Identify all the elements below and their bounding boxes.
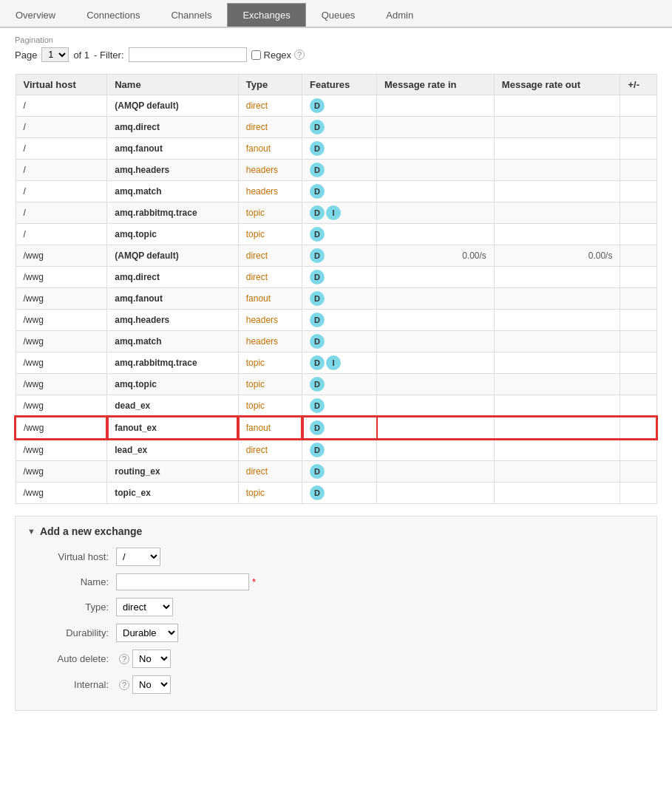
regex-checkbox[interactable] [251, 50, 261, 60]
cell-type: direct [238, 95, 302, 117]
cell-features: D [302, 138, 377, 160]
tab-connections[interactable]: Connections [71, 3, 155, 27]
cell-vhost: / [16, 202, 107, 224]
table-row[interactable]: /wwgamq.directdirectD [16, 267, 656, 288]
table-row[interactable]: /amq.directdirectD [16, 117, 656, 138]
cell-name[interactable]: amq.headers [107, 160, 239, 181]
cell-vhost: /wwg [16, 417, 107, 439]
cell-name[interactable]: amq.direct [107, 267, 239, 288]
type-select[interactable]: direct fanout headers topic [116, 598, 173, 616]
cell-rate-in [376, 461, 494, 483]
cell-name[interactable]: topic_ex [107, 483, 239, 504]
durability-select[interactable]: Durable Transient [116, 624, 178, 642]
cell-rate-out [494, 202, 620, 224]
tab-exchanges[interactable]: Exchanges [227, 3, 305, 27]
cell-name[interactable]: amq.topic [107, 224, 239, 245]
table-row[interactable]: /(AMQP default)directD [16, 95, 656, 117]
table-row[interactable]: /wwg(AMQP default)directD0.00/s0.00/s [16, 245, 656, 267]
table-row[interactable]: /wwgdead_extopicD [16, 395, 656, 417]
cell-rate-out: 0.00/s [494, 245, 620, 267]
col-rate-out: Message rate out [494, 75, 620, 95]
internal-help-icon[interactable]: ? [119, 680, 129, 690]
cell-plus-minus [620, 267, 656, 288]
table-row[interactable]: /amq.topictopicD [16, 224, 656, 245]
cell-rate-in [376, 181, 494, 202]
cell-name[interactable]: amq.headers [107, 310, 239, 331]
table-row[interactable]: /wwgfanout_exfanoutD [16, 417, 656, 439]
of-label: of 1 [73, 50, 89, 61]
cell-type: fanout [238, 288, 302, 310]
auto-delete-label: Auto delete: [27, 653, 116, 664]
col-name: Name [107, 75, 239, 95]
cell-features: D [302, 374, 377, 395]
cell-name[interactable]: (AMQP default) [107, 245, 239, 267]
cell-name[interactable]: dead_ex [107, 395, 239, 417]
cell-name[interactable]: amq.match [107, 331, 239, 352]
cell-name[interactable]: amq.fanout [107, 138, 239, 160]
cell-rate-in [376, 138, 494, 160]
cell-type: fanout [238, 417, 302, 439]
table-row[interactable]: /wwgtopic_extopicD [16, 483, 656, 504]
cell-name[interactable]: lead_ex [107, 439, 239, 461]
table-row[interactable]: /wwgamq.matchheadersD [16, 331, 656, 352]
cell-name[interactable]: fanout_ex [107, 417, 239, 439]
cell-vhost: / [16, 117, 107, 138]
table-row[interactable]: /wwgrouting_exdirectD [16, 461, 656, 483]
cell-rate-in [376, 267, 494, 288]
table-row[interactable]: /amq.fanoutfanoutD [16, 138, 656, 160]
cell-name[interactable]: amq.direct [107, 117, 239, 138]
tab-admin[interactable]: Admin [370, 3, 429, 27]
cell-name[interactable]: amq.fanout [107, 288, 239, 310]
cell-vhost: / [16, 160, 107, 181]
table-row[interactable]: /wwgamq.fanoutfanoutD [16, 288, 656, 310]
cell-type: direct [238, 245, 302, 267]
cell-plus-minus [620, 181, 656, 202]
page-select[interactable]: 1 [41, 47, 69, 62]
cell-plus-minus [620, 160, 656, 181]
cell-name[interactable]: amq.topic [107, 374, 239, 395]
cell-rate-out [494, 417, 620, 439]
table-row[interactable]: /amq.matchheadersD [16, 181, 656, 202]
cell-rate-in [376, 202, 494, 224]
tab-queues[interactable]: Queues [306, 3, 371, 27]
cell-vhost: / [16, 95, 107, 117]
cell-type: topic [238, 395, 302, 417]
table-row[interactable]: /amq.rabbitmq.tracetopicDI [16, 202, 656, 224]
cell-name[interactable]: amq.rabbitmq.trace [107, 202, 239, 224]
auto-delete-select[interactable]: No Yes [132, 650, 171, 668]
cell-plus-minus [620, 224, 656, 245]
regex-help-icon[interactable]: ? [294, 50, 305, 60]
cell-vhost: /wwg [16, 267, 107, 288]
internal-select[interactable]: No Yes [132, 675, 171, 694]
cell-name[interactable]: amq.match [107, 181, 239, 202]
cell-rate-out [494, 160, 620, 181]
cell-features: D [302, 417, 377, 439]
cell-rate-out [494, 138, 620, 160]
cell-rate-out [494, 310, 620, 331]
filter-input[interactable] [129, 47, 247, 62]
cell-rate-out [494, 352, 620, 374]
cell-rate-out [494, 483, 620, 504]
auto-delete-help-icon[interactable]: ? [119, 654, 129, 664]
cell-rate-in [376, 417, 494, 439]
vhost-select[interactable]: / /wwg [116, 548, 160, 566]
table-row[interactable]: /wwgamq.topictopicD [16, 374, 656, 395]
cell-vhost: /wwg [16, 352, 107, 374]
cell-plus-minus [620, 483, 656, 504]
table-row[interactable]: /amq.headersheadersD [16, 160, 656, 181]
table-row[interactable]: /wwgamq.rabbitmq.tracetopicDI [16, 352, 656, 374]
table-row[interactable]: /wwglead_exdirectD [16, 439, 656, 461]
cell-vhost: / [16, 181, 107, 202]
tab-overview[interactable]: Overview [0, 3, 71, 27]
add-exchange-header[interactable]: ▼ Add a new exchange [27, 525, 645, 537]
exchange-table: Virtual host Name Type Features Message … [15, 74, 657, 504]
table-row[interactable]: /wwgamq.headersheadersD [16, 310, 656, 331]
cell-rate-out [494, 395, 620, 417]
name-input[interactable] [116, 573, 249, 590]
cell-name[interactable]: amq.rabbitmq.trace [107, 352, 239, 374]
tab-channels[interactable]: Channels [155, 3, 227, 27]
cell-name[interactable]: (AMQP default) [107, 95, 239, 117]
cell-rate-out [494, 439, 620, 461]
cell-name[interactable]: routing_ex [107, 461, 239, 483]
cell-rate-in [376, 224, 494, 245]
